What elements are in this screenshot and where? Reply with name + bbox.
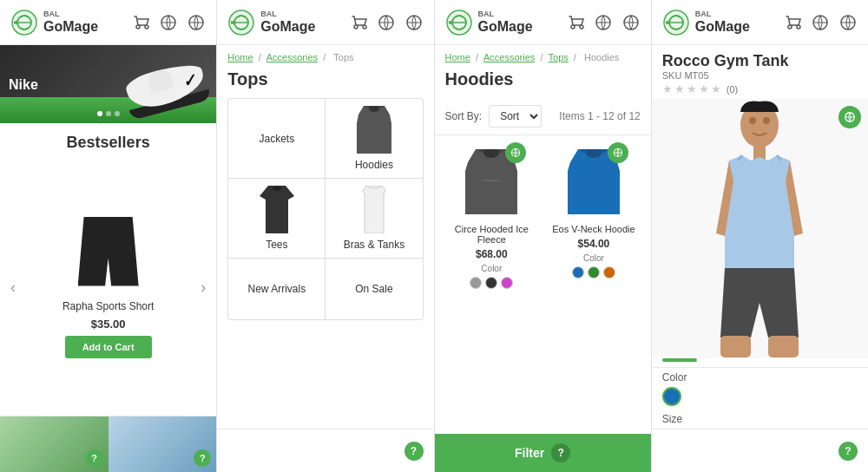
globe-icon-panel4[interactable] [838,13,858,32]
globe-icon-panel2[interactable] [404,13,424,32]
product-detail-main [652,99,868,358]
logo-text-panel1: BAL GoMage [43,10,98,34]
breadcrumb-panel2: Home / Accessories / Tops [217,45,433,66]
logo-panel4[interactable]: BAL GoMage [662,9,750,36]
compare-btn-1[interactable] [505,142,526,163]
breadcrumb-sep2: / [323,52,328,62]
compare-icon-panel4[interactable] [811,13,830,32]
star-4: ★ [699,82,709,95]
items-count: Items 1 - 12 of 12 [559,110,640,122]
logo-bal-panel4: BAL [695,10,750,19]
color-section-label: Color [662,371,858,384]
cart-icon-panel2[interactable] [349,13,368,32]
breadcrumb-tops-3[interactable]: Tops [549,52,569,62]
logo-text-panel3: BAL GoMage [478,10,533,34]
cat-tees-label: Tees [266,239,287,251]
cat-new-arrivals[interactable]: New Arrivals [228,259,326,319]
breadcrumb-accessories[interactable]: Accessories [266,52,318,62]
logo-gomage-panel3: GoMage [478,19,533,35]
star-5: ★ [711,82,721,95]
bc-sep1-3: / [476,52,481,62]
featured-product: Rapha Sports Short $35.00 Add to Cart [26,217,190,358]
header-panel2: BAL GoMage [217,0,433,45]
logo-bal-panel1: BAL [43,10,98,19]
logo-gomage-panel4: GoMage [695,19,750,35]
logo-panel3[interactable]: BAL GoMage [445,9,533,36]
breadcrumb-home[interactable]: Home [227,52,253,62]
hoodie-thumb [354,106,393,154]
cart-icon-panel4[interactable] [783,13,802,32]
next-arrow[interactable]: › [197,275,209,300]
breadcrumb-home-3[interactable]: Home [445,52,470,62]
cat-tees[interactable]: Tees [228,179,326,258]
product-sku: SKU MT05 [662,70,858,81]
globe-icon-panel1[interactable] [187,13,206,32]
logo-panel1[interactable]: BAL GoMage [10,9,98,36]
help-badge-2[interactable]: ? [194,449,211,467]
compare-btn-detail[interactable] [838,106,861,128]
help-badge-1[interactable]: ? [86,449,103,467]
product-title: Rocco Gym Tank [662,52,858,70]
swatch-orange-2[interactable] [603,266,615,279]
gomage-logo-icon3 [445,9,473,36]
product-image [74,217,143,295]
color-label-2: Color [583,253,604,263]
hero-dots [97,111,120,116]
product-hero-image [652,99,868,358]
cat-hoodies[interactable]: Hoodies [326,99,422,178]
shoe-tongue [147,68,174,94]
compare-icon-panel2[interactable] [377,13,396,32]
page-title-hoodies: Hoodies [435,66,651,98]
product-carousel: ‹ Rapha Sports Short $35.00 Add to Cart … [0,159,216,416]
panel-product-detail: BAL GoMage Rocco Gym Tank SKU MT05 [652,0,868,472]
panel2-footer: ? [217,429,433,472]
swatch-purple-1[interactable] [501,277,513,289]
swatch-gray-1[interactable] [470,277,482,289]
cat-bras-tanks[interactable]: Bras & Tanks [326,179,422,258]
filter-bar[interactable]: Filter ? [435,434,651,472]
product-man-illustration [694,99,825,358]
filter-help-icon[interactable]: ? [551,443,570,462]
filter-text: Filter [515,446,544,460]
svg-rect-39 [768,336,799,357]
product-detail-header: Rocco Gym Tank SKU MT05 ★ ★ ★ ★ ★ (0) [652,45,868,99]
bottom-image-2: ? [108,416,217,472]
swatch-green-2[interactable] [588,266,600,279]
sort-select[interactable]: Sort [489,105,542,128]
help-button-panel4[interactable]: ? [838,442,858,461]
shorts-illustration [78,217,139,286]
globe-icon-panel3[interactable] [621,13,641,32]
dot-3[interactable] [115,111,120,116]
svg-rect-38 [720,336,751,357]
swatch-blue-detail[interactable] [662,387,681,406]
cat-on-sale[interactable]: On Sale [326,259,422,319]
breadcrumb-accessories-3[interactable]: Accessories [483,52,535,62]
dot-1[interactable] [97,111,102,116]
cat-row-1: Jackets Hoodies [228,99,422,179]
hoodie-svg [357,106,391,154]
compare-icon-panel1[interactable] [159,13,178,32]
nike-swoosh: ✓ [181,70,198,92]
cat-jackets[interactable]: Jackets [228,99,326,178]
prev-arrow[interactable]: ‹ [7,275,19,300]
color-bar [662,358,697,362]
color-swatches-2: Color [583,253,604,263]
swatch-blue-2[interactable] [572,266,584,279]
help-button-panel2[interactable]: ? [404,442,424,461]
cart-icon-panel1[interactable] [131,13,150,32]
compare-btn-2[interactable] [608,142,628,163]
cat-bras-tanks-label: Bras & Tanks [344,239,404,251]
add-to-cart-button[interactable]: Add to Cart [65,336,152,358]
panel-bestsellers: BAL GoMage Nike [0,0,217,472]
cat-hoodies-label: Hoodies [355,159,393,171]
swatch-black-1[interactable] [485,277,497,289]
dot-2[interactable] [106,111,111,116]
compare-icon-panel3[interactable] [594,13,613,32]
panel1-main: Bestsellers ‹ Rapha Sports Short $35.00 … [0,123,216,472]
cart-icon-panel3[interactable] [566,13,585,32]
color-label-1: Color [481,264,502,273]
color-swatches-1: Color [481,264,502,273]
color-swatches-row-1 [470,277,513,289]
logo-panel2[interactable]: BAL GoMage [227,9,315,36]
product-name-2: Eos V-Neck Hoodie [552,224,635,234]
